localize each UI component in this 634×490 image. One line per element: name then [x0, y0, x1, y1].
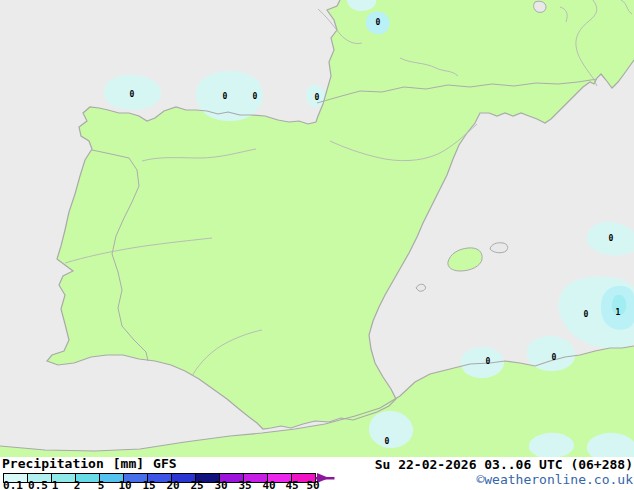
- scale-tick: 10: [118, 479, 131, 490]
- lagoon-france: [534, 1, 546, 12]
- scale-tick: 0.1: [3, 479, 23, 490]
- scale-tick: 30: [214, 479, 227, 490]
- precip-value-label: 0: [552, 353, 557, 362]
- legend-title-text: Precipitation: [2, 456, 104, 471]
- scale-tick: 2: [74, 479, 81, 490]
- precip-value-label: 0: [486, 357, 491, 366]
- precip-value-label: 0: [584, 310, 589, 319]
- scale-tick-row: 0.1 0.5 1 2 5 10 15 20 25 30 35 40 45 50: [0, 479, 634, 490]
- legend-unit: [mm]: [113, 456, 144, 471]
- precip-value-label: 0: [130, 90, 135, 99]
- forecast-timestamp: Su 22-02-2026 03..06 UTC (06+288): [375, 457, 633, 472]
- scale-tick: 35: [238, 479, 251, 490]
- scale-tick: 5: [98, 479, 105, 490]
- precip-value-label: 0: [609, 234, 614, 243]
- forecast-map[interactable]: 0 0 0 0 0 0 0 1 0 0 0: [0, 0, 634, 457]
- precip-value-label: 0: [385, 437, 390, 446]
- island-menorca: [490, 243, 508, 253]
- scale-tick: 40: [262, 479, 275, 490]
- scale-tick: 20: [166, 479, 179, 490]
- scale-tick: 1: [52, 479, 59, 490]
- scale-tick: 15: [142, 479, 155, 490]
- precip-value-label: 0: [315, 93, 320, 102]
- precip-value-label: 0: [253, 92, 258, 101]
- weather-map-page: { "legend": { "title": "Precipitation", …: [0, 0, 634, 490]
- legend-model: GFS: [153, 456, 176, 471]
- precip-value-label: 1: [616, 308, 621, 317]
- precip-value-label: 0: [376, 18, 381, 27]
- scale-tick: 0.5: [28, 479, 48, 490]
- scale-tick: 50: [306, 479, 319, 490]
- legend-title: Precipitation[mm]GFS: [2, 456, 177, 471]
- scale-tick: 45: [285, 479, 298, 490]
- map-canvas[interactable]: 0 0 0 0 0 0 0 1 0 0 0: [0, 0, 634, 457]
- precip-value-label: 0: [223, 92, 228, 101]
- scale-tick: 25: [190, 479, 203, 490]
